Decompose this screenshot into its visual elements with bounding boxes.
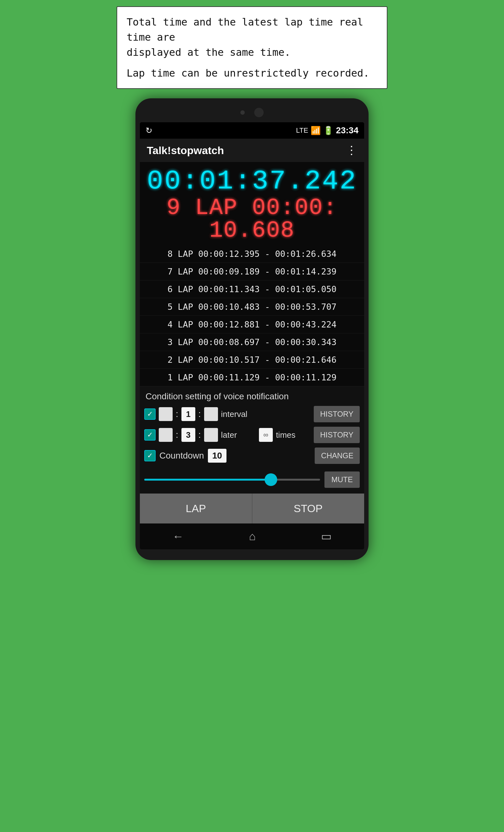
lap-row: 6 LAP 00:00:11.343 - 00:01:05.050 xyxy=(140,281,364,298)
notif-number-2: 3 xyxy=(181,428,195,442)
checkbox-countdown[interactable]: ✓ xyxy=(144,450,156,461)
colon-2: : xyxy=(176,430,178,440)
speaker xyxy=(254,108,264,117)
stop-button[interactable]: STOP xyxy=(252,494,365,523)
history-button-1[interactable]: HISTORY xyxy=(314,406,360,422)
timer-main: 00:01:37.242 xyxy=(143,168,361,195)
notif-label-times: times xyxy=(276,430,311,440)
slider-row: MUTE xyxy=(144,468,360,494)
info-line1: Total time and the latest lap time real … xyxy=(127,15,377,45)
notif-label-1: interval xyxy=(221,409,311,419)
phone-bottom xyxy=(140,549,364,555)
nav-bar: ← ⌂ ▭ xyxy=(140,523,364,549)
lap-row: 3 LAP 00:00:08.697 - 00:00:30.343 xyxy=(140,333,364,351)
checkbox-2[interactable]: ✓ xyxy=(144,429,156,441)
lap-button[interactable]: LAP xyxy=(140,494,252,523)
home-icon[interactable]: ⌂ xyxy=(249,530,256,543)
app-bar: Talk!stopwatch ⋮ xyxy=(140,139,364,162)
slider-thumb[interactable] xyxy=(265,473,277,486)
lap-row: 1 LAP 00:00:11.129 - 00:00:11.129 xyxy=(140,369,364,386)
colon-1b: : xyxy=(198,409,201,419)
app-title: Talk!stopwatch xyxy=(147,144,224,157)
volume-slider-track[interactable] xyxy=(144,479,320,480)
camera-dot xyxy=(240,110,245,115)
status-time: 23:34 xyxy=(336,125,359,135)
notif-row-2: ✓ : 3 : later ∞ times HISTORY xyxy=(144,427,360,443)
menu-icon[interactable]: ⋮ xyxy=(346,144,357,157)
bottom-buttons: LAP STOP xyxy=(140,494,364,523)
phone-shell: ↻ LTE 📶 🔋 23:34 Talk!stopwatch ⋮ 00:01:3… xyxy=(135,98,369,560)
timer-display: 00:01:37.242 9 LAP 00:00: 10.608 xyxy=(140,162,364,245)
back-icon[interactable]: ← xyxy=(172,530,184,543)
status-bar: ↻ LTE 📶 🔋 23:34 xyxy=(140,122,364,139)
checkbox-1[interactable]: ✓ xyxy=(144,409,156,420)
slider-fill xyxy=(144,479,271,480)
notif-box-1a xyxy=(159,407,173,421)
mute-button[interactable]: MUTE xyxy=(324,471,360,488)
lap-prefix: 9 LAP xyxy=(167,195,238,221)
lap-row: 5 LAP 00:00:10.483 - 00:00:53.707 xyxy=(140,298,364,316)
countdown-number: 10 xyxy=(208,449,227,463)
notif-box-2b xyxy=(204,428,218,442)
voice-section-title: Condition setting of voice notification xyxy=(144,391,360,401)
colon-2b: : xyxy=(198,430,201,440)
phone-top xyxy=(140,105,364,122)
colon-1: : xyxy=(176,409,178,419)
infinity-icon: ∞ xyxy=(259,428,273,442)
notif-box-2a xyxy=(159,428,173,442)
lap-row: 8 LAP 00:00:12.395 - 00:01:26.634 xyxy=(140,245,364,263)
lap-list: 8 LAP 00:00:12.395 - 00:01:26.634 7 LAP … xyxy=(140,245,364,386)
status-right: LTE 📶 🔋 23:34 xyxy=(296,125,359,135)
countdown-label: Countdown xyxy=(159,451,204,461)
lap-row: 2 LAP 00:00:10.517 - 00:00:21.646 xyxy=(140,351,364,369)
lap-row: 4 LAP 00:00:12.881 - 00:00:43.224 xyxy=(140,316,364,333)
screen: ↻ LTE 📶 🔋 23:34 Talk!stopwatch ⋮ 00:01:3… xyxy=(140,122,364,549)
info-line2: displayed at the same time. xyxy=(127,45,377,60)
change-button[interactable]: CHANGE xyxy=(315,447,360,464)
notif-label-2: later xyxy=(221,430,256,440)
refresh-icon: ↻ xyxy=(145,126,153,135)
notif-box-1b xyxy=(204,407,218,421)
info-line3: Lap time can be unrestrictedly recorded. xyxy=(127,66,377,81)
countdown-row: ✓ Countdown 10 CHANGE xyxy=(144,447,360,464)
timer-lap: 9 LAP 00:00: 10.608 xyxy=(143,197,361,242)
history-button-2[interactable]: HISTORY xyxy=(314,427,360,443)
battery-icon: 🔋 xyxy=(323,126,333,135)
lap-row: 7 LAP 00:00:09.189 - 00:01:14.239 xyxy=(140,263,364,281)
notif-row-1: ✓ : 1 : interval HISTORY xyxy=(144,406,360,422)
voice-section: Condition setting of voice notification … xyxy=(140,386,364,494)
recent-icon[interactable]: ▭ xyxy=(321,530,332,543)
info-box: Total time and the latest lap time real … xyxy=(116,6,388,89)
notif-number-1: 1 xyxy=(181,407,195,421)
lte-icon: LTE xyxy=(296,126,309,135)
signal-icon: 📶 xyxy=(311,126,321,135)
